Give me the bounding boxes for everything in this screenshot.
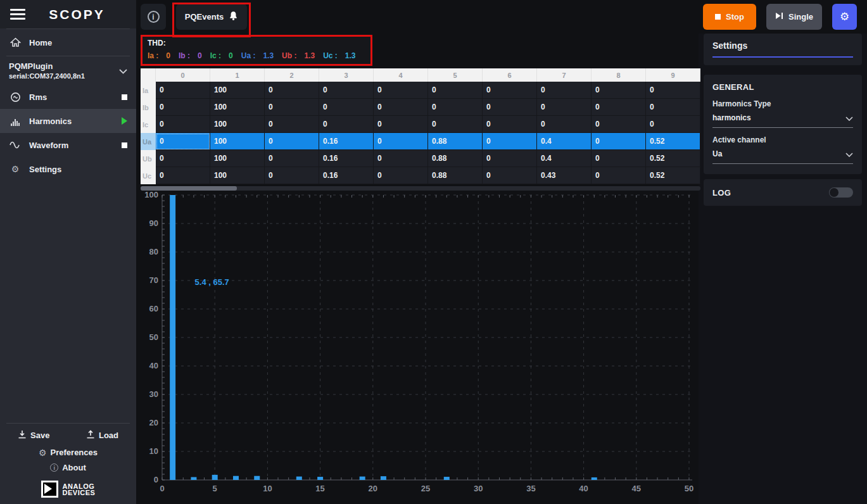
- table-row-ic[interactable]: Ic010000000000: [141, 116, 700, 133]
- sidebar-item-waveform[interactable]: Waveform: [0, 133, 136, 157]
- table-cell[interactable]: 0: [646, 99, 700, 116]
- menu-icon[interactable]: [10, 6, 25, 22]
- row-label[interactable]: Ia: [141, 82, 156, 99]
- table-cell[interactable]: 0: [428, 99, 483, 116]
- table-cell[interactable]: 0: [265, 150, 319, 167]
- table-cell[interactable]: 0: [483, 99, 537, 116]
- table-cell[interactable]: 0: [265, 167, 319, 184]
- table-cell[interactable]: 0: [592, 99, 646, 116]
- table-cell[interactable]: 0: [646, 116, 700, 133]
- harmonic-bar-x9[interactable]: [254, 476, 260, 480]
- table-cell[interactable]: 0.16: [319, 133, 374, 150]
- table-cell[interactable]: 0.88: [428, 167, 483, 184]
- table-cell[interactable]: 0.88: [428, 133, 483, 150]
- row-label[interactable]: Uc: [141, 167, 156, 184]
- harmonic-bar-x15[interactable]: [317, 477, 323, 480]
- table-cell[interactable]: 0.88: [428, 150, 483, 167]
- log-toggle[interactable]: [829, 187, 853, 198]
- table-cell[interactable]: 0.52: [646, 167, 700, 184]
- table-cell[interactable]: 0: [483, 150, 537, 167]
- table-row-ub[interactable]: Ub010000.1600.8800.400.52: [141, 150, 700, 167]
- table-cell[interactable]: 0: [374, 116, 428, 133]
- single-button[interactable]: Single: [766, 4, 822, 30]
- table-cell[interactable]: 0: [156, 167, 210, 184]
- table-cell[interactable]: 0: [537, 99, 592, 116]
- table-cell[interactable]: 0: [319, 99, 374, 116]
- table-cell[interactable]: 0: [374, 133, 428, 150]
- about-button[interactable]: i About: [50, 463, 86, 472]
- table-cell[interactable]: 100: [210, 116, 265, 133]
- harmonics-chart-canvas[interactable]: 5.4 , 65.7010203040506070809010005101520…: [141, 192, 699, 501]
- table-cell[interactable]: 0: [374, 82, 428, 99]
- table-row-uc[interactable]: Uc010000.1600.8800.4300.52: [141, 167, 700, 184]
- sidebar-item-pqmplugin[interactable]: PQMPlugin serial:COM37,2400,8n1: [0, 56, 136, 85]
- table-cell[interactable]: 0: [374, 99, 428, 116]
- table-cell[interactable]: 0: [537, 82, 592, 99]
- table-cell[interactable]: 0: [483, 133, 537, 150]
- table-cell[interactable]: 0.52: [646, 150, 700, 167]
- scrollbar-thumb[interactable]: [141, 186, 237, 191]
- table-cell[interactable]: 0: [319, 116, 374, 133]
- table-cell[interactable]: 0.4: [537, 150, 592, 167]
- table-cell[interactable]: 0.4: [537, 133, 592, 150]
- harmonic-bar-x19[interactable]: [360, 477, 365, 480]
- load-button[interactable]: Load: [86, 430, 118, 441]
- save-button[interactable]: Save: [18, 430, 49, 441]
- table-cell[interactable]: 0: [156, 150, 210, 167]
- table-cell[interactable]: 0.43: [537, 167, 592, 184]
- table-cell[interactable]: 0: [156, 99, 210, 116]
- row-label[interactable]: Ub: [141, 150, 156, 167]
- sidebar-item-harmonics[interactable]: Harmonics: [0, 109, 136, 133]
- table-cell[interactable]: 0: [374, 150, 428, 167]
- harmonic-bar-x7[interactable]: [233, 476, 239, 480]
- pqevents-button[interactable]: PQEvents: [176, 4, 247, 30]
- table-cell[interactable]: 0: [483, 116, 537, 133]
- table-cell[interactable]: 0: [265, 133, 319, 150]
- table-cell[interactable]: 0: [592, 116, 646, 133]
- active-channel-dropdown[interactable]: Ua: [712, 148, 853, 164]
- sidebar-item-home[interactable]: Home: [0, 29, 136, 56]
- table-cell[interactable]: 0: [428, 82, 483, 99]
- table-row-ib[interactable]: Ib010000000000: [141, 99, 700, 116]
- table-cell[interactable]: 0: [156, 116, 210, 133]
- table-cell[interactable]: 0: [537, 116, 592, 133]
- harmonic-bar-x41[interactable]: [592, 477, 597, 480]
- preferences-button[interactable]: ⚙ Preferences: [39, 448, 98, 457]
- table-horizontal-scrollbar[interactable]: [141, 186, 700, 191]
- table-cell[interactable]: 100: [210, 150, 265, 167]
- info-button[interactable]: i: [141, 4, 166, 30]
- table-cell[interactable]: 0: [265, 82, 319, 99]
- sidebar-item-rms[interactable]: Rms: [0, 85, 136, 109]
- table-cell[interactable]: 100: [210, 133, 265, 150]
- sidebar-item-settings[interactable]: ⚙ Settings: [0, 157, 136, 181]
- table-cell[interactable]: 0: [265, 99, 319, 116]
- table-cell[interactable]: 0: [646, 82, 700, 99]
- table-row-ia[interactable]: Ia010000000000: [141, 82, 700, 99]
- table-cell[interactable]: 0: [483, 82, 537, 99]
- table-row-ua[interactable]: Ua010000.1600.8800.400.52: [141, 133, 700, 150]
- table-cell[interactable]: 0: [592, 167, 646, 184]
- table-cell[interactable]: 0: [592, 133, 646, 150]
- harmonic-bar-x27[interactable]: [444, 477, 450, 480]
- stop-button[interactable]: Stop: [703, 4, 756, 30]
- table-cell[interactable]: 0.52: [646, 133, 700, 150]
- table-cell[interactable]: 0: [156, 82, 210, 99]
- harmonic-bar-x3[interactable]: [191, 477, 196, 481]
- table-cell[interactable]: 0.16: [319, 150, 374, 167]
- table-cell[interactable]: 0: [428, 116, 483, 133]
- harmonic-bar-x1[interactable]: [170, 195, 175, 480]
- table-cell[interactable]: 100: [210, 99, 265, 116]
- harmonic-bar-x5[interactable]: [212, 475, 218, 480]
- table-cell[interactable]: 0: [319, 82, 374, 99]
- settings-gear-button[interactable]: ⚙: [832, 4, 857, 30]
- table-cell[interactable]: 100: [210, 82, 265, 99]
- row-label[interactable]: Ic: [141, 116, 156, 133]
- table-cell[interactable]: 0: [265, 116, 319, 133]
- row-label[interactable]: Ib: [141, 99, 156, 116]
- table-cell[interactable]: 0.16: [319, 167, 374, 184]
- table-cell[interactable]: 0: [592, 82, 646, 99]
- table-cell[interactable]: 100: [210, 167, 265, 184]
- table-cell[interactable]: 0: [156, 133, 210, 150]
- table-cell[interactable]: 0: [374, 167, 428, 184]
- table-cell[interactable]: 0: [483, 167, 537, 184]
